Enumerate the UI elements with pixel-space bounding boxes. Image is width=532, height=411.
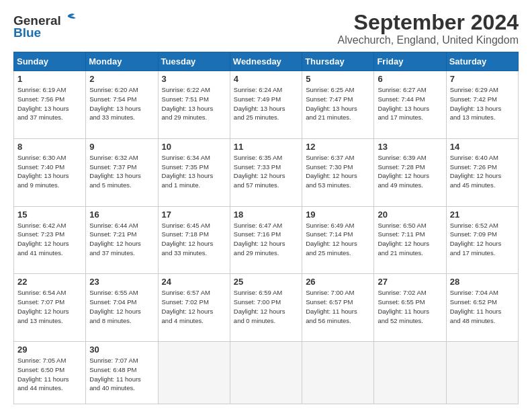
day-info: Sunrise: 6:49 AMSunset: 7:14 PMDaylight:… [306,221,370,258]
day-number: 17 [162,210,226,220]
day-info: Sunrise: 6:30 AMSunset: 7:40 PMDaylight:… [17,153,82,190]
calendar-table: SundayMondayTuesdayWednesdayThursdayFrid… [13,52,519,404]
calendar-cell: 30Sunrise: 7:07 AMSunset: 6:48 PMDayligh… [86,342,158,404]
calendar-cell: 3Sunrise: 6:22 AMSunset: 7:51 PMDaylight… [158,71,230,139]
day-number: 21 [450,210,515,220]
logo-blue-text: Blue [13,26,41,40]
calendar-cell: 25Sunrise: 6:59 AMSunset: 7:00 PMDayligh… [230,274,302,342]
day-info: Sunrise: 6:47 AMSunset: 7:16 PMDaylight:… [234,221,298,258]
calendar-cell: 20Sunrise: 6:50 AMSunset: 7:11 PMDayligh… [374,206,446,274]
day-info: Sunrise: 6:32 AMSunset: 7:37 PMDaylight:… [89,153,154,190]
logo-bird-icon [62,13,77,25]
calendar-cell: 17Sunrise: 6:45 AMSunset: 7:18 PMDayligh… [158,206,230,274]
calendar-cell: 13Sunrise: 6:39 AMSunset: 7:28 PMDayligh… [374,138,446,206]
calendar-cell: 12Sunrise: 6:37 AMSunset: 7:30 PMDayligh… [302,138,374,206]
day-info: Sunrise: 6:55 AMSunset: 7:04 PMDaylight:… [89,288,154,325]
day-number: 23 [89,277,154,287]
day-number: 18 [234,210,298,220]
day-number: 16 [89,210,154,220]
calendar-cell: 7Sunrise: 6:29 AMSunset: 7:42 PMDaylight… [446,71,518,139]
calendar-cell: 18Sunrise: 6:47 AMSunset: 7:16 PMDayligh… [230,206,302,274]
day-number: 27 [378,277,442,287]
calendar-cell: 22Sunrise: 6:54 AMSunset: 7:07 PMDayligh… [14,274,86,342]
calendar-cell: 26Sunrise: 7:00 AMSunset: 6:57 PMDayligh… [302,274,374,342]
day-info: Sunrise: 7:00 AMSunset: 6:57 PMDaylight:… [306,288,370,325]
col-header-wednesday: Wednesday [230,52,302,71]
calendar-cell: 21Sunrise: 6:52 AMSunset: 7:09 PMDayligh… [446,206,518,274]
day-info: Sunrise: 7:05 AMSunset: 6:50 PMDaylight:… [17,356,82,393]
day-info: Sunrise: 6:37 AMSunset: 7:30 PMDaylight:… [306,153,370,190]
day-number: 22 [17,277,82,287]
calendar-cell: 2Sunrise: 6:20 AMSunset: 7:54 PMDaylight… [86,71,158,139]
day-info: Sunrise: 6:39 AMSunset: 7:28 PMDaylight:… [378,153,442,190]
header: General Blue September 2024 Alvechurch, … [13,11,519,46]
day-info: Sunrise: 7:04 AMSunset: 6:52 PMDaylight:… [450,288,515,325]
calendar-cell [374,342,446,404]
day-info: Sunrise: 6:59 AMSunset: 7:00 PMDaylight:… [234,288,298,325]
col-header-monday: Monday [86,52,158,71]
day-number: 15 [17,210,82,220]
day-number: 8 [17,142,82,152]
calendar-cell: 6Sunrise: 6:27 AMSunset: 7:44 PMDaylight… [374,71,446,139]
calendar-cell: 4Sunrise: 6:24 AMSunset: 7:49 PMDaylight… [230,71,302,139]
calendar-week-4: 22Sunrise: 6:54 AMSunset: 7:07 PMDayligh… [14,274,519,342]
day-info: Sunrise: 7:02 AMSunset: 6:55 PMDaylight:… [378,288,442,325]
day-info: Sunrise: 6:24 AMSunset: 7:49 PMDaylight:… [234,85,298,122]
day-number: 10 [162,142,226,152]
day-info: Sunrise: 6:45 AMSunset: 7:18 PMDaylight:… [162,221,226,258]
calendar-cell: 24Sunrise: 6:57 AMSunset: 7:02 PMDayligh… [158,274,230,342]
day-info: Sunrise: 7:07 AMSunset: 6:48 PMDaylight:… [89,356,154,393]
calendar-cell: 14Sunrise: 6:40 AMSunset: 7:26 PMDayligh… [446,138,518,206]
day-info: Sunrise: 6:40 AMSunset: 7:26 PMDaylight:… [450,153,515,190]
day-info: Sunrise: 6:25 AMSunset: 7:47 PMDaylight:… [306,85,370,122]
day-number: 29 [17,345,82,355]
location: Alvechurch, England, United Kingdom [338,34,519,46]
day-info: Sunrise: 6:50 AMSunset: 7:11 PMDaylight:… [378,221,442,258]
day-info: Sunrise: 6:44 AMSunset: 7:21 PMDaylight:… [89,221,154,258]
day-number: 26 [306,277,370,287]
calendar-cell [302,342,374,404]
calendar-cell: 1Sunrise: 6:19 AMSunset: 7:56 PMDaylight… [14,71,86,139]
day-number: 30 [89,345,154,355]
title-section: September 2024 Alvechurch, England, Unit… [338,11,519,46]
day-info: Sunrise: 6:29 AMSunset: 7:42 PMDaylight:… [450,85,515,122]
calendar-cell: 29Sunrise: 7:05 AMSunset: 6:50 PMDayligh… [14,342,86,404]
calendar-week-2: 8Sunrise: 6:30 AMSunset: 7:40 PMDaylight… [14,138,519,206]
day-number: 5 [306,74,370,84]
day-number: 4 [234,74,298,84]
calendar-cell: 27Sunrise: 7:02 AMSunset: 6:55 PMDayligh… [374,274,446,342]
day-number: 7 [450,74,515,84]
month-title: September 2024 [338,11,519,34]
calendar-week-1: 1Sunrise: 6:19 AMSunset: 7:56 PMDaylight… [14,71,519,139]
calendar-week-3: 15Sunrise: 6:42 AMSunset: 7:23 PMDayligh… [14,206,519,274]
day-number: 19 [306,210,370,220]
day-number: 2 [89,74,154,84]
day-info: Sunrise: 6:19 AMSunset: 7:56 PMDaylight:… [17,85,82,122]
col-header-saturday: Saturday [446,52,518,71]
calendar-cell: 23Sunrise: 6:55 AMSunset: 7:04 PMDayligh… [86,274,158,342]
day-info: Sunrise: 6:57 AMSunset: 7:02 PMDaylight:… [162,288,226,325]
day-info: Sunrise: 6:54 AMSunset: 7:07 PMDaylight:… [17,288,82,325]
col-header-friday: Friday [374,52,446,71]
calendar-cell: 5Sunrise: 6:25 AMSunset: 7:47 PMDaylight… [302,71,374,139]
day-number: 20 [378,210,442,220]
calendar-cell: 9Sunrise: 6:32 AMSunset: 7:37 PMDaylight… [86,138,158,206]
day-number: 11 [234,142,298,152]
calendar-cell [158,342,230,404]
day-info: Sunrise: 6:22 AMSunset: 7:51 PMDaylight:… [162,85,226,122]
calendar-cell: 19Sunrise: 6:49 AMSunset: 7:14 PMDayligh… [302,206,374,274]
calendar-body: 1Sunrise: 6:19 AMSunset: 7:56 PMDaylight… [14,71,519,404]
col-header-thursday: Thursday [302,52,374,71]
calendar-cell [446,342,518,404]
day-number: 14 [450,142,515,152]
calendar-cell: 28Sunrise: 7:04 AMSunset: 6:52 PMDayligh… [446,274,518,342]
calendar-week-5: 29Sunrise: 7:05 AMSunset: 6:50 PMDayligh… [14,342,519,404]
day-info: Sunrise: 6:20 AMSunset: 7:54 PMDaylight:… [89,85,154,122]
day-number: 13 [378,142,442,152]
day-number: 24 [162,277,226,287]
col-header-tuesday: Tuesday [158,52,230,71]
calendar-cell: 8Sunrise: 6:30 AMSunset: 7:40 PMDaylight… [14,138,86,206]
logo: General Blue [13,13,77,40]
day-number: 25 [234,277,298,287]
day-number: 28 [450,277,515,287]
